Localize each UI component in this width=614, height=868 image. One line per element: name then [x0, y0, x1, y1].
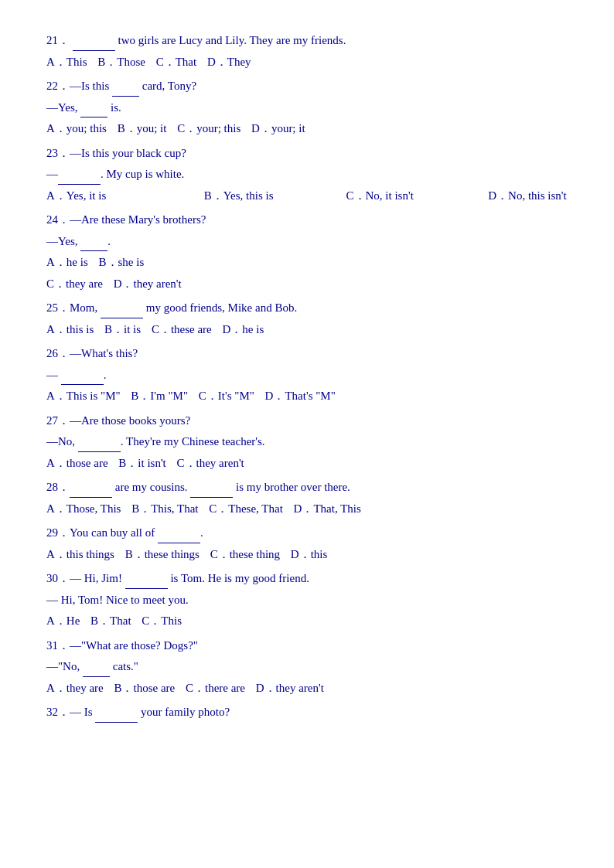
question-29: 29．You can buy all of . A．this things B．…: [46, 523, 568, 564]
worksheet-content: 21． two girls are Lucy and Lily. They ar…: [46, 31, 568, 723]
q28-options: A．Those, This B．This, That C．These, That…: [46, 499, 568, 519]
q21-number: 21．: [46, 34, 70, 46]
q31-dialog1: 31．—"What are those? Dogs?": [46, 636, 568, 656]
q28-blank1: [70, 485, 112, 498]
q28-optA: A．Those, This: [46, 502, 121, 515]
q28-optC: C．These, That: [209, 502, 283, 515]
q22-blank1: [112, 84, 139, 97]
q27-dialog2: —No, . They're my Chinese teacher's.: [46, 432, 568, 452]
q25-optA: A．this is: [46, 323, 94, 335]
q23-optA: A．Yes, it is: [46, 186, 201, 206]
q28-blank2: [190, 485, 233, 498]
q27-optC: C．they aren't: [177, 457, 244, 469]
q29-text: 29．You can buy all of .: [46, 523, 568, 543]
q30-optC: C．This: [142, 614, 182, 627]
q30-blank: [125, 577, 168, 589]
q24-dialog1: 24．—Are these Mary's brothers?: [46, 210, 568, 230]
q24-optC: C．they are: [46, 277, 103, 290]
q31-optB: B．those are: [114, 682, 175, 694]
q23-optB: B．Yes, this is: [204, 186, 343, 206]
q31-optC: C．there are: [186, 682, 245, 694]
q30-options: A．He B．That C．This: [46, 611, 568, 631]
question-30: 30．— Hi, Jim! is Tom. He is my good frie…: [46, 569, 568, 631]
q27-optB: B．it isn't: [118, 457, 165, 469]
q25-optD: D．he is: [223, 323, 264, 335]
q23-optC: C．No, it isn't: [346, 186, 486, 206]
q30-optA: A．He: [46, 614, 80, 627]
q24-optD: D．they aren't: [114, 277, 182, 290]
q22-dialog1: 22．—Is this card, Tony?: [46, 77, 568, 97]
q24-dialog2: —Yes, .: [46, 232, 568, 252]
q26-blank: [61, 373, 104, 385]
question-31: 31．—"What are those? Dogs?" —"No, cats."…: [46, 636, 568, 699]
q25-options: A．this is B．it is C．these are D．he is: [46, 320, 568, 340]
q32-blank: [95, 710, 138, 723]
q23-blank: [58, 172, 101, 185]
q22-optB: B．you; it: [118, 122, 167, 134]
q30-dialog2: — Hi, Tom! Nice to meet you.: [46, 591, 568, 611]
q24-optA: A．he is: [46, 256, 88, 268]
q22-optD: D．your; it: [251, 122, 305, 134]
q28-text: 28． are my cousins. is my brother over t…: [46, 478, 568, 498]
q22-optA: A．you; this: [46, 122, 107, 134]
question-27: 27．—Are those books yours? —No, . They'r…: [46, 411, 568, 474]
q27-options: A．those are B．it isn't C．they aren't: [46, 454, 568, 474]
q22-dialog2: —Yes, is.: [46, 98, 568, 118]
q28-optB: B．This, That: [131, 502, 198, 515]
q27-dialog1: 27．—Are those books yours?: [46, 411, 568, 431]
q31-optA: A．they are: [46, 682, 104, 694]
q25-blank: [101, 306, 143, 318]
q23-options: A．Yes, it is B．Yes, this is C．No, it isn…: [46, 186, 568, 206]
q29-blank: [158, 531, 200, 543]
q28-optD: D．That, This: [294, 502, 361, 515]
q22-blank2: [80, 105, 107, 117]
question-23: 23．—Is this your black cup? —. My cup is…: [46, 144, 568, 206]
q26-optA: A．This is "M": [46, 390, 121, 402]
question-24: 24．—Are these Mary's brothers? —Yes, . A…: [46, 210, 568, 294]
q21-optC: C．That: [156, 56, 197, 68]
q31-optD: D．they aren't: [256, 682, 324, 694]
q22-optC: C．your; this: [177, 122, 240, 134]
q23-optD: D．No, this isn't: [488, 186, 566, 206]
q21-blank: [73, 39, 115, 51]
q24-optAB: A．he is B．she is: [46, 253, 568, 273]
q27-optA: A．those are: [46, 457, 108, 469]
q21-optA: A．This: [46, 56, 87, 68]
q31-options: A．they are B．those are C．there are D．the…: [46, 679, 568, 699]
q30-optB: B．That: [90, 614, 131, 627]
q24-blank: [80, 239, 107, 251]
q22-options: A．you; this B．you; it C．your; this D．you…: [46, 119, 568, 139]
q24-optCD: C．they are D．they aren't: [46, 274, 568, 294]
q21-optB: B．Those: [97, 56, 145, 68]
q32-text: 32．— Is your family photo?: [46, 703, 568, 723]
q26-dialog2: — .: [46, 366, 568, 386]
q30-dialog1: 30．— Hi, Jim! is Tom. He is my good frie…: [46, 569, 568, 589]
q26-optD: D．That's "M": [265, 390, 336, 402]
question-32: 32．— Is your family photo?: [46, 703, 568, 723]
q27-blank: [78, 440, 121, 452]
q21-body: two girls are Lucy and Lily. They are my…: [118, 34, 346, 46]
question-25: 25．Mom, my good friends, Mike and Bob. A…: [46, 298, 568, 339]
q25-optB: B．it is: [104, 323, 141, 335]
q29-optB: B．these things: [125, 548, 200, 560]
question-22: 22．—Is this card, Tony? —Yes, is. A．you;…: [46, 77, 568, 139]
question-28: 28． are my cousins. is my brother over t…: [46, 478, 568, 519]
q21-text: 21． two girls are Lucy and Lily. They ar…: [46, 31, 568, 51]
q26-options: A．This is "M" B．I'm "M" C．It's "M" D．Tha…: [46, 386, 568, 407]
question-26: 26．—What's this? — . A．This is "M" B．I'm…: [46, 344, 568, 407]
q29-options: A．this things B．these things C．these thi…: [46, 545, 568, 565]
q31-dialog2: —"No, cats.": [46, 657, 568, 677]
q21-optD: D．They: [207, 56, 251, 68]
q21-options: A．This B．Those C．That D．They: [46, 53, 568, 73]
q29-optD: D．this: [291, 548, 328, 560]
q26-optC: C．It's "M": [199, 390, 254, 402]
q29-optA: A．this things: [46, 548, 114, 560]
q31-blank: [83, 665, 110, 677]
q26-optB: B．I'm "M": [131, 390, 188, 402]
q24-optB: B．she is: [99, 256, 145, 268]
q29-optC: C．these thing: [210, 548, 280, 560]
q26-dialog1: 26．—What's this?: [46, 344, 568, 364]
q25-text: 25．Mom, my good friends, Mike and Bob.: [46, 298, 568, 318]
question-21: 21． two girls are Lucy and Lily. They ar…: [46, 31, 568, 72]
q23-dialog1: 23．—Is this your black cup?: [46, 144, 568, 164]
